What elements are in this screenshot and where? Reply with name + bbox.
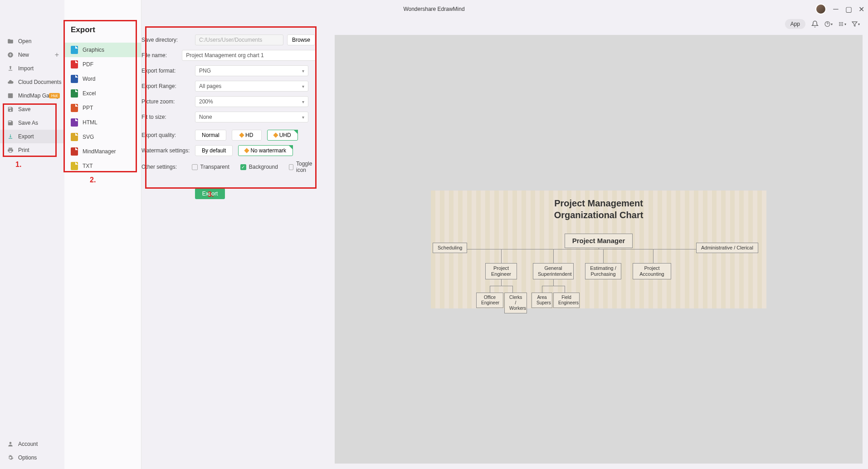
account-icon [7, 441, 14, 447]
save-dir-label: Save directory: [141, 37, 195, 43]
node-pe: Project Engineer [485, 263, 517, 279]
cloud-icon [7, 79, 14, 85]
save-dir-input[interactable] [195, 34, 283, 45]
svg-point-12 [10, 442, 12, 444]
range-dropdown[interactable]: All pages▾ [195, 81, 308, 92]
node-cw: Clerks / Workers [504, 293, 527, 313]
sidebar-item-save-as[interactable]: Save As [0, 116, 64, 130]
export-format-mindmanager[interactable]: MindManager [64, 144, 141, 159]
file-icon [71, 60, 78, 68]
sidebar-item-mindmap-gallery[interactable]: MindMap GalleryHot [0, 89, 64, 103]
close-icon[interactable]: ✕ [858, 6, 864, 12]
export-panel-title: Export [64, 0, 141, 43]
sidebar-item-new[interactable]: New+ [0, 48, 64, 62]
fit-dropdown[interactable]: None▾ [195, 112, 308, 122]
grid-icon[interactable]: ▾ [838, 20, 846, 28]
bell-icon[interactable] [811, 20, 819, 28]
node-pa: Project Accounting [633, 263, 671, 279]
check-corner-icon [288, 145, 293, 150]
plus-circle-icon [7, 52, 14, 58]
quality-uhd[interactable]: UHD [267, 130, 298, 141]
plus-icon[interactable]: + [55, 51, 59, 59]
check-transparent[interactable]: Transparent [192, 161, 229, 173]
svg-point-5 [840, 24, 841, 24]
gear-icon [7, 454, 14, 461]
chevron-down-icon: ▾ [302, 84, 304, 89]
file-icon [71, 46, 78, 54]
avatar[interactable] [815, 4, 826, 15]
node-pm: Project Manager [565, 234, 633, 248]
chevron-down-icon: ▾ [302, 68, 304, 73]
format-dropdown[interactable]: PNG▾ [195, 65, 308, 76]
import-icon [7, 65, 14, 72]
node-fe: Field Engineers [553, 293, 580, 308]
browse-button[interactable]: Browse [287, 34, 315, 45]
node-admin: Administrative / Clerical [696, 243, 758, 253]
sidebar-item-account[interactable]: Account [0, 437, 64, 451]
file-icon [71, 162, 78, 170]
export-format-html[interactable]: HTML [64, 115, 141, 130]
export-format-excel[interactable]: Excel [64, 86, 141, 101]
file-name-input[interactable] [182, 50, 317, 61]
chevron-down-icon: ▾ [302, 99, 304, 104]
file-name-label: File name: [141, 52, 182, 59]
check-background[interactable]: ✓Background [240, 161, 278, 173]
export-format-pdf[interactable]: PDF [64, 57, 141, 72]
export-format-panel: Export GraphicsPDFWordExcelPPTHTMLSVGMin… [64, 0, 141, 469]
chevron-down-icon: ▾ [302, 115, 304, 120]
sidebar-item-export[interactable]: Export [0, 130, 64, 143]
node-ep: Estimating / Purchasing [585, 263, 621, 279]
export-format-ppt[interactable]: PPT [64, 101, 141, 115]
annotation-label-2: 2. [90, 176, 96, 184]
sidebar: OpenNew+ImportCloud DocumentsMindMap Gal… [0, 0, 64, 469]
app-button[interactable]: App [785, 19, 805, 29]
svg-point-3 [842, 22, 843, 23]
check-corner-icon [293, 130, 298, 134]
file-icon [71, 118, 78, 127]
top-toolbar: App ▾ ▾ ▾ [785, 19, 860, 29]
print-icon [7, 147, 14, 153]
file-icon [71, 75, 78, 83]
file-icon [71, 89, 78, 98]
svg-point-7 [839, 25, 840, 26]
export-format-graphics[interactable]: Graphics [64, 43, 141, 57]
maximize-icon[interactable]: ▢ [845, 6, 852, 12]
export-settings: Save directory: Browse File name: Export… [141, 34, 317, 199]
svg-point-4 [839, 24, 840, 24]
range-label: Export Range: [141, 83, 195, 89]
watermark-label: Watermark settings: [141, 147, 195, 154]
help-icon[interactable]: ▾ [824, 20, 833, 28]
watermark-opt-1[interactable]: No wartermark [238, 145, 293, 156]
check-toggle-icon[interactable]: Toggle icon [289, 161, 317, 173]
quality-normal[interactable]: Normal [195, 130, 226, 141]
sidebar-item-options[interactable]: Options [0, 451, 64, 464]
sidebar-item-import[interactable]: Import [0, 62, 64, 75]
svg-point-1 [839, 22, 840, 23]
sidebar-item-open[interactable]: Open [0, 34, 64, 48]
watermark-opt-0[interactable]: By default [195, 145, 233, 156]
quality-hd[interactable]: HD [232, 130, 262, 141]
sidebar-item-save[interactable]: Save [0, 103, 64, 116]
export-format-txt[interactable]: TXT [64, 159, 141, 173]
export-format-svg[interactable]: SVG [64, 130, 141, 144]
sidebar-item-cloud-documents[interactable]: Cloud Documents [0, 75, 64, 89]
zoom-label: Picture zoom: [141, 98, 195, 105]
svg-point-6 [842, 24, 843, 24]
export-icon [7, 133, 14, 140]
gallery-icon [7, 93, 14, 99]
diamond-icon [244, 148, 249, 153]
zoom-dropdown[interactable]: 200%▾ [195, 96, 308, 107]
format-label: Export format: [141, 68, 195, 74]
save-icon [7, 106, 14, 112]
filter-icon[interactable]: ▾ [852, 20, 860, 28]
file-icon [71, 104, 78, 112]
minimize-icon[interactable]: ─ [833, 6, 839, 12]
app-title: Wondershare EdrawMind [403, 6, 464, 12]
checkbox-icon: ✓ [240, 164, 246, 170]
export-format-word[interactable]: Word [64, 72, 141, 86]
quality-label: Export quality: [141, 132, 195, 138]
sidebar-item-print[interactable]: Print [0, 143, 64, 157]
svg-point-2 [840, 22, 841, 23]
save-as-icon [7, 120, 14, 126]
checkbox-icon [289, 164, 293, 170]
